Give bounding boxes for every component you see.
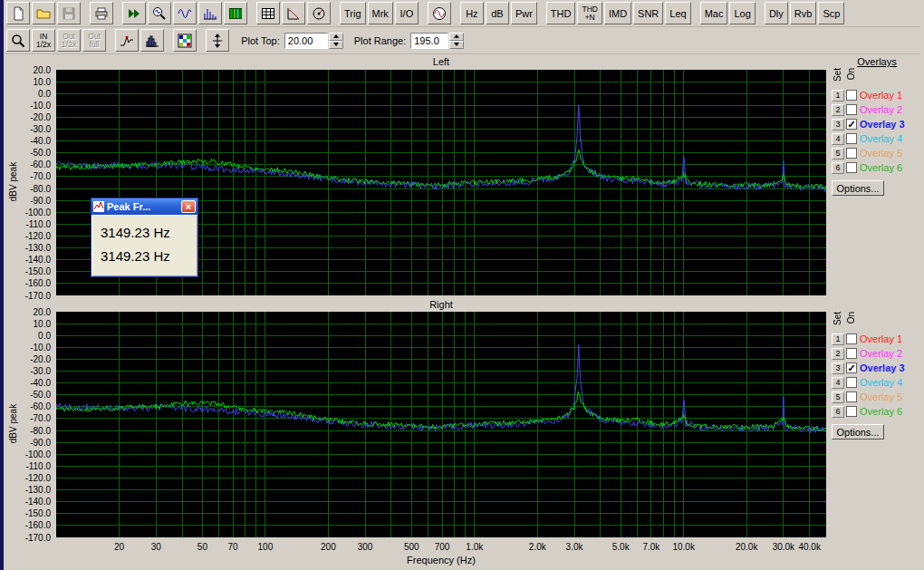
reverb-button[interactable]: Rvb [790, 2, 817, 24]
zoom-out-full-button[interactable]: Outfull [82, 29, 106, 52]
y-tick-label: -20.0 [30, 112, 51, 122]
plot-top-label: Plot Top: [241, 35, 280, 46]
overlay-checkbox-1[interactable] [846, 333, 857, 344]
y-tick-label: -60.0 [30, 401, 51, 411]
zoom-in-2x-button[interactable]: IN1/2x [32, 29, 55, 52]
overlay-checkbox-2[interactable] [846, 104, 857, 115]
left-y-axis: 20.010.00.0-10.0-20.0-30.0-40.0-50.0-60.… [14, 70, 53, 295]
power-button[interactable]: Pwr [511, 2, 537, 24]
overlay-set-button-4[interactable]: 4 [832, 133, 844, 145]
overlay-checkbox-3[interactable]: ✓ [846, 119, 857, 130]
hz-units-button[interactable]: Hz [460, 2, 484, 24]
table-view-button[interactable] [256, 2, 280, 24]
hz-units-button-label: Hz [466, 8, 477, 19]
overlay-set-button-5[interactable]: 5 [832, 148, 844, 159]
snr-button[interactable]: SNR [633, 2, 663, 24]
x-axis: 203050701002003005007001.0k2.0k3.0k5.0k7… [56, 542, 835, 554]
dialog-body: 3149.23 Hz 3149.23 Hz [91, 215, 197, 276]
thd-button-label: THD [551, 8, 572, 19]
overlay-column-headers: SetOn [832, 68, 922, 88]
overlays-link[interactable]: Overlays [832, 56, 922, 67]
y-tick-label: -150.0 [25, 508, 51, 518]
plot-range-spin-down-button[interactable] [449, 41, 464, 49]
io-button[interactable]: I/O [395, 2, 419, 24]
overlay-checkbox-4[interactable] [846, 133, 857, 144]
overlay-checkbox-5[interactable] [846, 391, 857, 402]
toolbar-separator [114, 3, 121, 24]
zoom-button[interactable] [6, 29, 30, 52]
energy-decay-button[interactable] [282, 2, 305, 24]
imd-button-label: IMD [609, 8, 627, 19]
scope-button[interactable]: Scp [818, 2, 844, 24]
plot-top-input[interactable] [284, 33, 328, 49]
overlay-row: 4Overlay 4 [832, 131, 922, 146]
overlay-checkbox-5[interactable] [846, 148, 857, 159]
thd-n-button[interactable]: THD+N [577, 2, 602, 24]
overlay-set-button-4[interactable]: 4 [832, 377, 844, 389]
marker-button[interactable]: Mrk [368, 2, 393, 24]
new-file-button[interactable] [6, 2, 30, 24]
toolbar-separator [248, 3, 255, 24]
spectrum-button[interactable] [198, 2, 222, 24]
overlay-set-button-2[interactable]: 2 [832, 104, 844, 116]
overlay-checkbox-3[interactable]: ✓ [846, 362, 857, 373]
y-tick-label: -120.0 [25, 231, 51, 241]
histogram-icon [145, 34, 159, 48]
dialog-titlebar[interactable]: Peak Fr... × [91, 198, 197, 215]
print-button[interactable] [90, 2, 113, 24]
overlay-set-button-5[interactable]: 5 [832, 391, 844, 403]
time-series-button[interactable] [173, 2, 197, 24]
right-spectrum-plot[interactable] [56, 312, 826, 537]
overlay-row: 6Overlay 6 [832, 160, 922, 175]
overlay-set-button-6[interactable]: 6 [832, 406, 844, 418]
y-tick-label: -60.0 [30, 159, 51, 169]
overlay-options-button[interactable]: Options... [832, 180, 884, 196]
toolbar-separator [82, 3, 89, 24]
zoom-out-2x-button[interactable]: Out1/2x [57, 29, 81, 52]
overlay-checkbox-6[interactable] [846, 406, 857, 417]
overlay-checkbox-1[interactable] [846, 90, 857, 101]
on-column-header: On [846, 68, 856, 80]
overlay-set-button-6[interactable]: 6 [832, 162, 844, 174]
palette-grid-button[interactable] [173, 29, 197, 52]
overlay-set-button-1[interactable]: 1 [832, 333, 844, 345]
overlay-checkbox-6[interactable] [846, 162, 857, 173]
plot-top-spin-down-button[interactable] [329, 41, 343, 49]
overlay-options-button[interactable]: Options... [832, 424, 884, 440]
thd-button[interactable]: THD [546, 2, 576, 24]
vertical-scale-button[interactable] [206, 29, 229, 52]
open-file-button[interactable] [32, 2, 55, 24]
imd-button[interactable]: IMD [604, 2, 631, 24]
overlay-label-4: Overlay 4 [860, 133, 902, 144]
toolbar-separator [332, 3, 339, 24]
close-icon[interactable]: × [181, 200, 196, 213]
phase-button[interactable] [307, 2, 331, 24]
run-button[interactable] [122, 2, 146, 24]
delay-button[interactable]: Dly [765, 2, 788, 24]
overlay-checkbox-2[interactable] [846, 348, 857, 359]
x-tick-label: 30 [136, 542, 176, 552]
overlay-set-button-2[interactable]: 2 [832, 348, 844, 360]
plot-range-input[interactable] [410, 33, 448, 49]
plot-range-spin-up-button[interactable] [449, 33, 464, 41]
spectrogram-button[interactable] [224, 2, 247, 24]
amplitude-histogram-button[interactable] [140, 29, 164, 52]
peak-frequency-dialog: Peak Fr... × 3149.23 Hz 3149.23 Hz [91, 198, 198, 277]
db-units-button[interactable]: dB [486, 2, 509, 24]
toolbar-separator [419, 3, 427, 24]
macro-button[interactable]: Mac [700, 2, 728, 24]
peak-marker-button[interactable] [115, 29, 139, 52]
zoom-waveform-button[interactable] [148, 2, 171, 24]
trigger-button[interactable]: Trig [340, 2, 366, 24]
overlay-set-button-3[interactable]: 3 [832, 119, 844, 130]
y-tick-label: -140.0 [25, 255, 51, 265]
logging-button[interactable]: Log [729, 2, 755, 24]
overlay-label-5: Overlay 5 [860, 391, 902, 402]
save-button[interactable] [57, 2, 81, 24]
overlay-set-button-3[interactable]: 3 [832, 362, 844, 374]
signal-generator-button[interactable] [428, 2, 451, 24]
leq-button[interactable]: Leq [665, 2, 690, 24]
plot-top-spin-up-button[interactable] [329, 33, 343, 41]
overlay-set-button-1[interactable]: 1 [832, 90, 844, 101]
overlay-checkbox-4[interactable] [846, 377, 857, 388]
